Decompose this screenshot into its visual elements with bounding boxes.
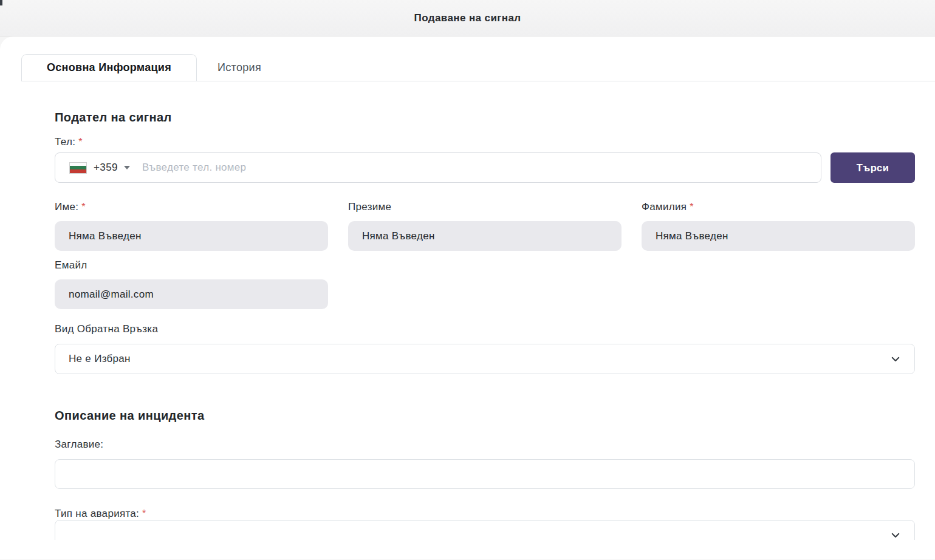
- middle-name-input: [348, 221, 622, 251]
- tab-history[interactable]: История: [197, 54, 282, 81]
- dial-code[interactable]: +359: [94, 162, 118, 174]
- first-name-label: Име:*: [55, 201, 328, 213]
- signal-form: Подател на сигнал Тел:* +359 Търси Име:*: [0, 111, 935, 540]
- required-asterisk: *: [81, 202, 86, 212]
- tab-basic-information-label: Основна Информация: [47, 61, 171, 74]
- feedback-type-label: Вид Обратна Връзка: [55, 323, 915, 335]
- chevron-down-icon: [890, 353, 901, 364]
- incident-title-input[interactable]: [55, 459, 915, 489]
- incident-title-label: Заглавие:: [55, 439, 915, 451]
- required-asterisk: *: [690, 202, 694, 212]
- incident-section-heading: Описание на инцидента: [55, 409, 915, 423]
- chevron-down-icon: [890, 530, 901, 540]
- search-button[interactable]: Търси: [831, 152, 915, 183]
- feedback-type-selected-value: Не е Избран: [69, 353, 131, 365]
- tab-basic-information[interactable]: Основна Информация: [21, 54, 197, 81]
- page-title: Подаване на сигнал: [414, 12, 521, 24]
- phone-row: +359 Търси: [55, 152, 915, 183]
- email-label: Емайл: [55, 259, 328, 271]
- phone-input-group: +359: [55, 152, 821, 183]
- page-header: Подаване на сигнал: [0, 0, 935, 36]
- tab-history-label: История: [217, 61, 261, 74]
- feedback-type-select[interactable]: Не е Избран: [55, 344, 915, 374]
- required-asterisk: *: [78, 137, 83, 147]
- name-fields-row: Име:* Презиме Фамилия*: [55, 201, 915, 251]
- email-input: [55, 279, 328, 309]
- last-name-label: Фамилия*: [642, 201, 915, 213]
- accident-type-label: Тип на аварията:*: [55, 508, 915, 520]
- first-name-field: Име:*: [55, 201, 328, 251]
- middle-name-field: Презиме: [348, 201, 622, 251]
- first-name-input: [55, 221, 328, 251]
- bulgaria-flag-icon: [69, 162, 87, 174]
- main-panel: Основна Информация История Подател на си…: [0, 36, 935, 559]
- phone-number-input[interactable]: [142, 162, 821, 174]
- phone-label: Тел:*: [55, 136, 915, 148]
- last-name-field: Фамилия*: [642, 201, 915, 251]
- middle-name-label: Презиме: [348, 201, 622, 213]
- sender-section-heading: Подател на сигнал: [55, 111, 915, 125]
- accident-type-select[interactable]: [55, 520, 915, 540]
- email-field: Емайл: [55, 259, 328, 309]
- required-asterisk: *: [142, 508, 146, 519]
- accident-type-clip: [55, 520, 915, 540]
- window-edge-fragment: [0, 0, 2, 5]
- tab-bar: Основна Информация История: [21, 36, 935, 81]
- last-name-input: [642, 221, 915, 251]
- country-dropdown-caret-icon[interactable]: [124, 166, 130, 169]
